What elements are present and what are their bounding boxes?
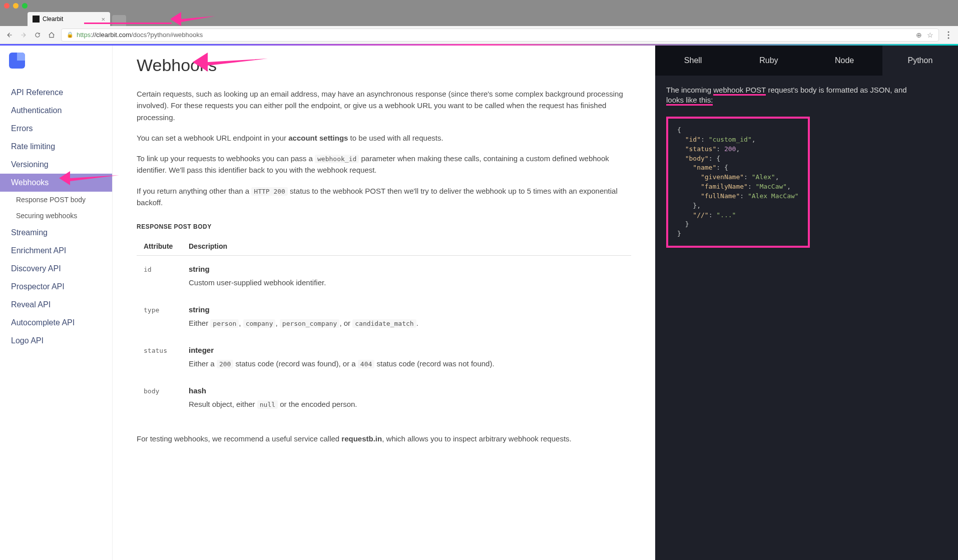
response-body-table: Attribute Description idstringCustom use… (137, 237, 631, 418)
forward-button[interactable] (19, 31, 28, 40)
sidebar-subitem[interactable]: Securing webhooks (0, 208, 112, 224)
attr-name: type (144, 306, 159, 314)
sidebar-item-discovery-api[interactable]: Discovery API (0, 260, 112, 278)
paragraph: If you return anything other than a HTTP… (137, 185, 631, 209)
code-panel: ShellRubyNodePython The incoming webhook… (655, 46, 958, 560)
new-tab-button[interactable] (112, 15, 126, 26)
attr-type: string (189, 264, 627, 275)
bookmark-star-icon[interactable]: ☆ (927, 31, 933, 39)
section-label: RESPONSE POST BODY (137, 223, 631, 230)
logo[interactable] (9, 53, 25, 69)
sidebar-item-rate-limiting[interactable]: Rate limiting (0, 138, 112, 156)
tab-title: Clearbit (43, 16, 63, 23)
language-tabs: ShellRubyNodePython (655, 46, 958, 76)
account-settings-link[interactable]: account settings (288, 134, 348, 142)
sidebar-item-api-reference[interactable]: API Reference (0, 84, 112, 102)
th-description: Description (182, 237, 631, 256)
requestbin-link[interactable]: requestb.in (341, 434, 382, 443)
sidebar-item-reveal-api[interactable]: Reveal API (0, 296, 112, 314)
svg-point-1 (948, 34, 949, 36)
browser-chrome: Clearbit × 🔒 https://clearbit.com/docs?p… (0, 0, 958, 44)
lang-tab-ruby[interactable]: Ruby (731, 46, 806, 76)
table-row: idstringCustom user-supplied webhook ide… (137, 256, 631, 297)
sidebar: API ReferenceAuthenticationErrorsRate li… (0, 46, 113, 560)
sidebar-item-authentication[interactable]: Authentication (0, 102, 112, 120)
sidebar-item-streaming[interactable]: Streaming (0, 224, 112, 242)
lang-tab-node[interactable]: Node (807, 46, 882, 76)
sidebar-item-prospector-api[interactable]: Prospector API (0, 278, 112, 296)
table-row: bodyhashResult object, either null or th… (137, 377, 631, 418)
sidebar-item-enrichment-api[interactable]: Enrichment API (0, 242, 112, 260)
main-content: Webhooks Certain requests, such as looki… (113, 46, 655, 560)
table-row: statusintegerEither a 200 status code (r… (137, 337, 631, 377)
url-bar: 🔒 https://clearbit.com/docs?python#webho… (0, 26, 958, 44)
sidebar-subitem[interactable]: Response POST body (0, 192, 112, 208)
table-row: typestringEither person, company, person… (137, 296, 631, 337)
minimize-window-button[interactable] (13, 3, 19, 9)
sidebar-item-logo-api[interactable]: Logo API (0, 332, 112, 350)
menu-button[interactable] (944, 31, 953, 40)
lock-icon: 🔒 (67, 32, 74, 38)
paragraph: You can set a webhook URL endpoint in yo… (137, 132, 631, 144)
maximize-window-button[interactable] (22, 3, 28, 9)
paragraph: Certain requests, such as looking up an … (137, 88, 631, 123)
sidebar-item-errors[interactable]: Errors (0, 120, 112, 138)
code-block: { "id": "custom_id", "status": 200, "bod… (666, 117, 810, 248)
paragraph: For testing webhooks, we recommend a use… (137, 433, 631, 444)
lang-tab-shell[interactable]: Shell (655, 46, 731, 76)
th-attribute: Attribute (137, 237, 182, 256)
lang-tab-python[interactable]: Python (882, 46, 958, 76)
code-inline: webhook_id (315, 155, 359, 163)
zoom-icon[interactable]: ⊕ (916, 31, 922, 39)
attr-name: body (144, 387, 159, 395)
attr-name: id (144, 266, 152, 273)
url-text: https://clearbit.com/docs?python#webhook… (77, 31, 203, 39)
favicon (33, 16, 40, 23)
attr-type: hash (189, 385, 627, 397)
svg-point-2 (948, 37, 949, 39)
paragraph: To link up your requests to webhooks you… (137, 153, 631, 176)
sidebar-item-autocomplete-api[interactable]: Autocomplete API (0, 314, 112, 332)
attr-type: integer (189, 345, 627, 356)
close-tab-button[interactable]: × (101, 16, 105, 23)
back-button[interactable] (5, 31, 14, 40)
attr-name: status (144, 347, 167, 354)
close-window-button[interactable] (4, 3, 10, 9)
code-description: The incoming webhook POST request's body… (655, 76, 958, 113)
code-inline: HTTP 200 (251, 187, 288, 196)
window-controls (0, 0, 958, 11)
reload-button[interactable] (33, 31, 42, 40)
home-button[interactable] (47, 31, 56, 40)
address-bar[interactable]: 🔒 https://clearbit.com/docs?python#webho… (61, 29, 939, 42)
svg-point-0 (948, 31, 949, 33)
